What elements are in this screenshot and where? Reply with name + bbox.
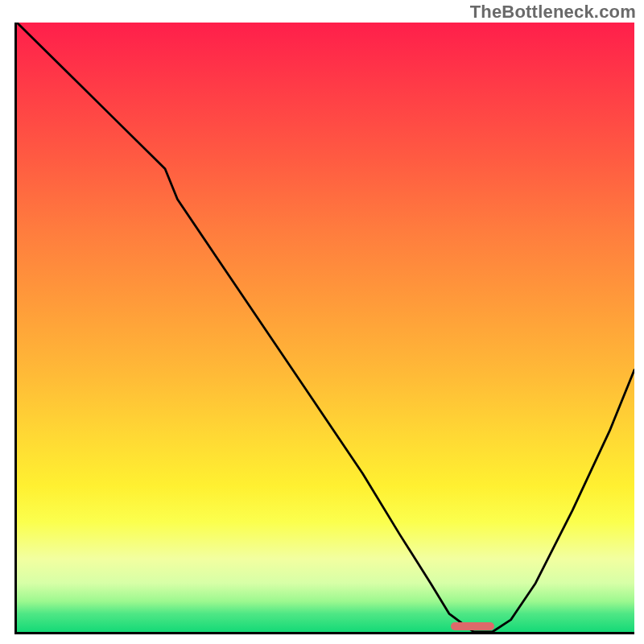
chart-frame: TheBottleneck.com — [0, 0, 644, 644]
curve-path — [17, 23, 634, 632]
bottleneck-curve — [17, 23, 634, 632]
optimal-range-marker — [451, 622, 494, 630]
watermark-text: TheBottleneck.com — [470, 2, 636, 23]
plot-area — [14, 23, 634, 634]
